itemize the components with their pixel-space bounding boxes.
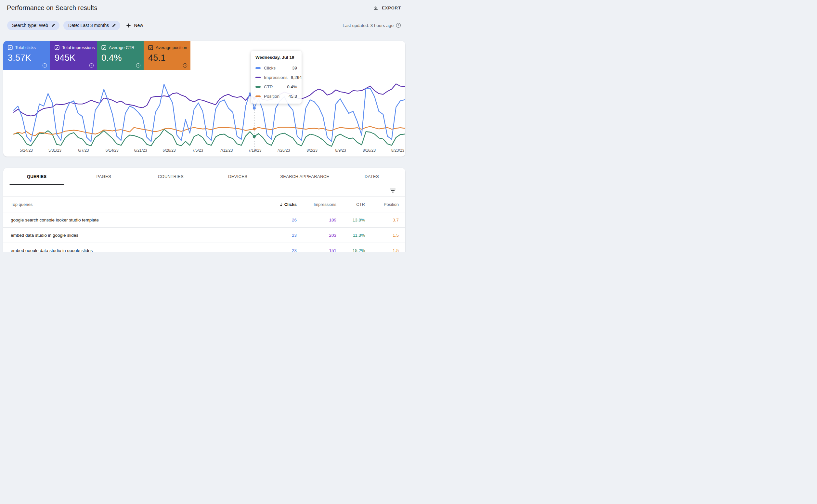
page-title: Performance on Search results [7, 4, 97, 12]
marker-dot-position [253, 128, 256, 131]
ctr-cell: 13.8% [336, 218, 365, 222]
x-tick-label: 8/23/23 [390, 148, 405, 153]
card-label: Average position [156, 45, 187, 50]
tooltip-row-impressions: Impressions9,264 [255, 73, 297, 82]
col-impressions[interactable]: Impressions [297, 202, 336, 207]
tab-pages[interactable]: PAGES [70, 168, 137, 185]
chip-label: Date: Last 3 months [68, 23, 109, 28]
plus-icon [126, 23, 131, 28]
x-tick-label: 6/21/23 [133, 148, 148, 153]
last-updated: Last updated: 3 hours ago ? [342, 23, 401, 28]
card-label: Average CTR [109, 45, 134, 50]
position-cell: 1.5 [365, 233, 399, 238]
checkbox-checked-icon[interactable] [8, 45, 13, 50]
help-icon[interactable]: ? [183, 63, 187, 68]
table-header: Top queries Clicks Impressions CTR Posit… [3, 197, 405, 212]
marker-dot-clicks [253, 107, 256, 109]
metric-card-average-ctr[interactable]: Average CTR0.4%? [97, 41, 144, 70]
x-tick-label: 7/12/23 [219, 148, 234, 153]
metric-card-average-position[interactable]: Average position45.1? [144, 41, 190, 70]
table-row[interactable]: embed data studio in google slides232031… [3, 227, 405, 243]
card-label: Total clicks [15, 45, 36, 50]
table-body: google search console looker studio temp… [3, 212, 405, 252]
query-cell: google search console looker studio temp… [11, 218, 267, 222]
x-tick-label: 7/19/23 [247, 148, 262, 153]
dimension-tabs: QUERIESPAGESCOUNTRIESDEVICESSEARCH APPEA… [3, 168, 405, 185]
x-tick-label: 6/14/23 [105, 148, 120, 153]
svg-text:?: ? [137, 64, 139, 67]
x-tick-label: 5/24/23 [19, 148, 34, 153]
help-icon[interactable]: ? [396, 23, 401, 28]
col-ctr[interactable]: CTR [336, 202, 365, 207]
pencil-icon [51, 23, 55, 28]
clicks-cell: 23 [267, 233, 297, 238]
table-row[interactable]: google search console looker studio temp… [3, 212, 405, 227]
metric-card-total-impressions[interactable]: Total impressions945K? [50, 41, 97, 70]
x-tick-label: 5/31/23 [47, 148, 62, 153]
help-icon[interactable]: ? [136, 63, 141, 68]
tooltip-date: Wednesday, Jul 19 [255, 55, 297, 60]
marker-dot-ctr [253, 135, 256, 138]
clicks-cell: 23 [267, 248, 297, 252]
tooltip-metric-label: Impressions [264, 75, 287, 80]
tooltip-row-ctr: CTR0.4% [255, 82, 297, 92]
tooltip-row-position: Position45.3 [255, 92, 297, 101]
card-value: 0.4% [101, 53, 144, 63]
card-value: 45.1 [148, 53, 190, 63]
new-label: New [134, 23, 143, 28]
help-icon[interactable]: ? [89, 63, 94, 68]
checkbox-checked-icon[interactable] [55, 45, 59, 50]
table-panel: QUERIESPAGESCOUNTRIESDEVICESSEARCH APPEA… [3, 168, 405, 252]
tab-countries[interactable]: COUNTRIES [137, 168, 204, 185]
tooltip-metric-value: 0.4% [287, 84, 297, 89]
filter-chip-search-type[interactable]: Search type: Web [7, 21, 59, 30]
line-series-position [14, 127, 404, 136]
query-cell: embed data studio in google slides [11, 233, 267, 238]
new-filter-button[interactable]: New [126, 23, 143, 28]
ctr-cell: 11.3% [336, 233, 365, 238]
help-icon[interactable]: ? [42, 63, 47, 68]
legend-dash-icon [255, 77, 261, 78]
card-label-row: Total clicks [8, 45, 50, 50]
impressions-cell: 203 [297, 233, 336, 238]
tooltip-metric-label: Position [264, 94, 279, 99]
checkbox-checked-icon[interactable] [101, 45, 106, 50]
table-filter-row [3, 185, 405, 197]
filter-chip-date[interactable]: Date: Last 3 months [63, 21, 120, 30]
card-label-row: Average CTR [101, 45, 144, 50]
card-label-row: Average position [148, 45, 190, 50]
chart-panel: Total clicks3.57K?Total impressions945K?… [3, 41, 405, 157]
tab-dates[interactable]: DATES [338, 168, 405, 185]
col-position[interactable]: Position [365, 202, 399, 207]
tooltip-metric-label: CTR [264, 84, 273, 89]
col-clicks-sort[interactable]: Clicks [267, 202, 297, 207]
x-tick-label: 8/2/23 [304, 148, 319, 153]
tooltip-metric-value: 39 [292, 66, 297, 70]
svg-text:?: ? [91, 64, 92, 67]
tooltip-rows: Clicks39Impressions9,264CTR0.4%Position4… [255, 63, 297, 101]
legend-dash-icon [255, 95, 261, 97]
metric-card-total-clicks[interactable]: Total clicks3.57K? [3, 41, 50, 70]
filter-icon[interactable] [390, 188, 395, 193]
x-tick-label: 8/16/23 [362, 148, 376, 153]
tab-devices[interactable]: DEVICES [204, 168, 271, 185]
table-row[interactable]: embed google data studio in google slide… [3, 243, 405, 252]
tooltip-metric-value: 45.3 [288, 94, 297, 99]
export-button[interactable]: EXPORT [373, 5, 401, 11]
x-axis-labels: 5/24/235/31/236/7/236/14/236/21/236/28/2… [3, 148, 405, 153]
filter-chips: Search type: WebDate: Last 3 months [7, 21, 124, 30]
clicks-cell: 26 [267, 218, 297, 222]
tab-search-appearance[interactable]: SEARCH APPEARANCE [271, 168, 338, 185]
download-icon [373, 5, 378, 11]
legend-dash-icon [255, 67, 261, 69]
metric-cards: Total clicks3.57K?Total impressions945K?… [3, 41, 405, 70]
chart-tooltip: Wednesday, Jul 19 Clicks39Impressions9,2… [251, 51, 301, 104]
position-cell: 3.7 [365, 218, 399, 222]
checkbox-checked-icon[interactable] [148, 45, 153, 50]
tab-queries[interactable]: QUERIES [3, 168, 70, 185]
impressions-cell: 151 [297, 248, 336, 252]
svg-text:?: ? [184, 64, 186, 67]
performance-line-chart[interactable] [3, 70, 405, 152]
x-tick-label: 7/26/23 [276, 148, 291, 153]
impressions-cell: 189 [297, 218, 336, 222]
